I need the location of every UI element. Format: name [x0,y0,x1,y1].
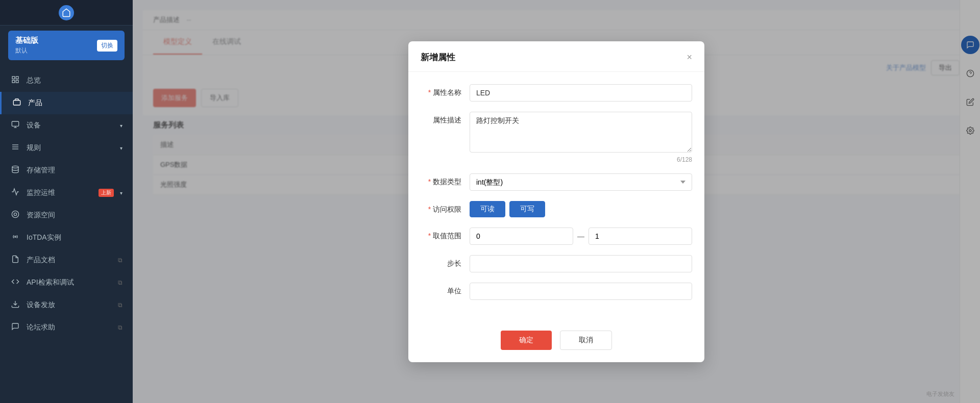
svg-point-10 [12,166,18,168]
version-sub: 默认 [15,46,38,55]
unit-input[interactable] [470,283,692,300]
add-property-dialog: 新增属性 × 属性名称 属性描述 路灯控制开关 6/128 [408,41,704,362]
sidebar-item-product[interactable]: 产品 [0,92,133,114]
svg-point-11 [12,211,18,217]
range-inputs: — [470,228,692,245]
product-icon [12,98,22,108]
sidebar-nav: 总览 产品 设备 ▾ 规则 ▾ 存储管理 [0,65,133,403]
product-doc-icon [10,255,20,265]
dialog-overlay: 新增属性 × 属性名称 属性描述 路灯控制开关 6/128 [133,0,980,403]
product-doc-link-icon: ⧉ [118,257,122,264]
device-arrow-icon: ▾ [120,123,122,129]
cancel-button[interactable]: 取消 [560,331,612,350]
property-desc-label: 属性描述 [421,112,461,125]
range-min-input[interactable] [470,228,573,245]
access-write-button[interactable]: 可写 [509,201,545,217]
device-pub-link-icon: ⧉ [118,301,122,309]
dialog-close-button[interactable]: × [687,52,692,63]
step-input[interactable] [470,255,692,272]
property-name-row: 属性名称 [421,84,692,102]
version-block: 基础版 默认 切换 [8,31,125,60]
property-name-control [470,84,692,102]
sidebar-item-rule[interactable]: 规则 ▾ [0,137,133,159]
sidebar-item-label-resource: 资源空间 [27,211,122,220]
dialog-header: 新增属性 × [408,41,704,72]
sidebar-item-device-pub[interactable]: 设备发放 ⧉ [0,294,133,316]
sidebar-item-label-overview: 总览 [27,76,122,85]
sidebar-item-monitor[interactable]: 监控运维 上新 ▾ [0,182,133,204]
resource-icon [10,210,20,220]
monitor-arrow-icon: ▾ [120,190,122,196]
sidebar-item-label-forum: 论坛求助 [27,323,112,332]
device-pub-icon [10,300,20,310]
dialog-title: 新增属性 [421,52,455,63]
sidebar-logo [0,0,133,26]
dialog-footer: 确定 取消 [408,322,704,362]
sidebar-item-label-api: API检索和调试 [27,278,112,287]
property-desc-textarea[interactable]: 路灯控制开关 [470,112,692,153]
svg-rect-1 [16,77,18,79]
sidebar-item-label-device-pub: 设备发放 [27,300,112,310]
range-control: — [470,228,692,245]
forum-link-icon: ⧉ [118,324,122,331]
svg-rect-2 [12,80,15,83]
switch-version-button[interactable]: 切换 [97,40,117,52]
sidebar-item-forum[interactable]: 论坛求助 ⧉ [0,316,133,339]
device-icon [10,120,20,131]
char-count: 6/128 [470,156,692,163]
access-buttons-group: 可读 可写 [470,201,692,217]
property-name-input[interactable] [470,84,692,102]
sidebar-item-api[interactable]: API检索和调试 ⧉ [0,271,133,294]
svg-rect-0 [12,77,15,79]
sidebar-item-label-product-doc: 产品文档 [27,256,112,265]
confirm-button[interactable]: 确定 [501,331,552,350]
api-link-icon: ⧉ [118,279,122,286]
data-type-select[interactable]: int(整型) string(字符串) decimal(浮点型) bool(布尔… [470,173,692,191]
logo-icon [59,5,74,20]
step-label: 步长 [421,255,461,268]
unit-label: 单位 [421,283,461,296]
sidebar-item-storage[interactable]: 存储管理 [0,159,133,182]
sidebar-item-label-device: 设备 [27,121,114,130]
sidebar-item-product-doc[interactable]: 产品文档 ⧉ [0,249,133,271]
svg-rect-4 [12,121,18,126]
sidebar-item-device[interactable]: 设备 ▾ [0,114,133,137]
range-dash: — [577,232,584,240]
rule-arrow-icon: ▾ [120,145,122,151]
svg-point-12 [14,213,16,215]
access-read-button[interactable]: 可读 [470,201,505,217]
unit-row: 单位 [421,283,692,300]
sidebar: 基础版 默认 切换 总览 产品 设备 ▾ [0,0,133,403]
version-title: 基础版 [15,36,38,45]
range-label: 取值范围 [421,228,461,241]
svg-point-13 [15,236,16,238]
sidebar-item-label-storage: 存储管理 [27,166,122,175]
range-max-input[interactable] [589,228,692,245]
access-row: 访问权限 可读 可写 [421,201,692,217]
sidebar-item-label-product: 产品 [28,98,122,108]
step-row: 步长 [421,255,692,272]
sidebar-item-overview[interactable]: 总览 [0,69,133,92]
svg-rect-3 [16,80,18,83]
data-type-row: 数据类型 int(整型) string(字符串) decimal(浮点型) bo… [421,173,692,191]
unit-control [470,283,692,300]
main-area: 产品描述 -- 模型定义 在线调试 关于产品模型 导出 添加服务 导入库 服务列… [133,0,980,403]
forum-icon [10,322,20,333]
dialog-body: 属性名称 属性描述 路灯控制开关 6/128 数据类型 [408,72,704,322]
range-row: 取值范围 — [421,228,692,245]
monitor-badge: 上新 [99,189,114,197]
sidebar-item-resource[interactable]: 资源空间 [0,204,133,226]
property-desc-row: 属性描述 路灯控制开关 6/128 [421,112,692,163]
data-type-control: int(整型) string(字符串) decimal(浮点型) bool(布尔… [470,173,692,191]
sidebar-item-label-rule: 规则 [27,143,114,153]
storage-icon [10,165,20,175]
rule-icon [10,143,20,153]
iotda-icon [10,233,20,243]
access-control: 可读 可写 [470,201,692,217]
property-desc-control: 路灯控制开关 6/128 [470,112,692,163]
step-control [470,255,692,272]
api-icon [10,278,20,288]
sidebar-item-iotda[interactable]: IoTDA实例 [0,226,133,249]
monitor-icon [10,188,20,198]
sidebar-item-label-monitor: 监控运维 [27,188,92,197]
